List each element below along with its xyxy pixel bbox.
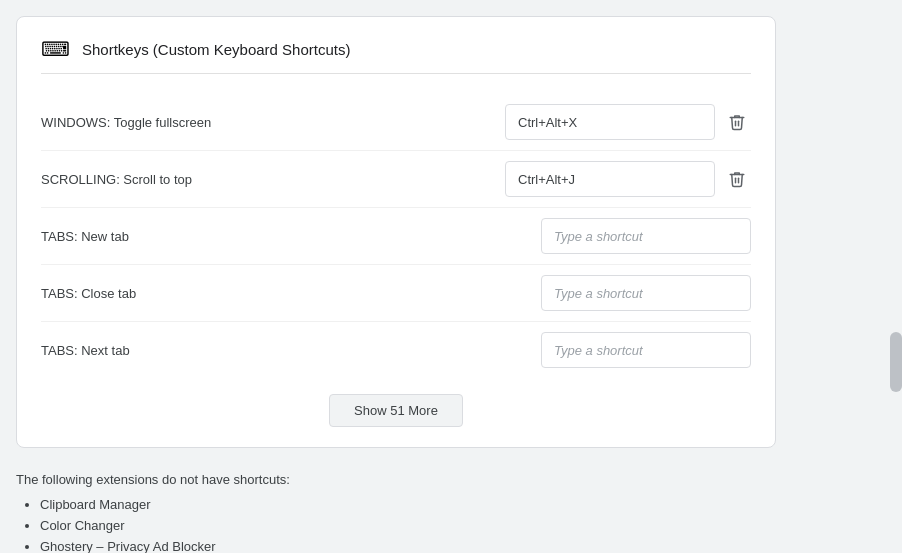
shortcut-input-group-tabs-close-tab [541,275,751,311]
shortcut-row-tabs-next-tab: TABS: Next tab [41,322,751,378]
scrollbar-thumb[interactable] [890,332,902,392]
trash-icon [728,170,746,188]
no-shortcuts-title: The following extensions do not have sho… [16,472,744,487]
shortcut-row-scrolling-scroll-to-top: SCROLLING: Scroll to top [41,151,751,208]
shortcut-input-group-tabs-next-tab [541,332,751,368]
no-shortcut-item-1: Color Changer [40,518,744,533]
keyboard-icon: ⌨ [41,37,70,61]
shortcut-label-windows-toggle-fullscreen: WINDOWS: Toggle fullscreen [41,115,505,130]
card-title: Shortkeys (Custom Keyboard Shortcuts) [82,41,350,58]
show-more-button[interactable]: Show 51 More [329,394,463,427]
no-shortcut-item-2: Ghostery – Privacy Ad Blocker [40,539,744,553]
shortkeys-card: ⌨ Shortkeys (Custom Keyboard Shortcuts) … [16,16,776,448]
shortcut-label-tabs-new-tab: TABS: New tab [41,229,541,244]
shortcut-input-windows-toggle-fullscreen[interactable] [505,104,715,140]
no-shortcut-item-0: Clipboard Manager [40,497,744,512]
shortcut-row-tabs-new-tab: TABS: New tab [41,208,751,265]
shortcut-row-windows-toggle-fullscreen: WINDOWS: Toggle fullscreen [41,94,751,151]
shortcut-input-tabs-next-tab[interactable] [541,332,751,368]
scrollbar[interactable] [890,0,902,553]
card-header: ⌨ Shortkeys (Custom Keyboard Shortcuts) [41,37,751,74]
shortcut-input-group-windows-toggle-fullscreen [505,104,751,140]
trash-icon [728,113,746,131]
no-shortcuts-list: Clipboard ManagerColor ChangerGhostery –… [16,497,744,553]
shortcut-label-tabs-close-tab: TABS: Close tab [41,286,541,301]
shortcut-label-scrolling-scroll-to-top: SCROLLING: Scroll to top [41,172,505,187]
shortcut-input-scrolling-scroll-to-top[interactable] [505,161,715,197]
shortcut-input-tabs-close-tab[interactable] [541,275,751,311]
no-shortcuts-section: The following extensions do not have sho… [0,464,760,553]
shortcut-row-tabs-close-tab: TABS: Close tab [41,265,751,322]
shortcut-input-group-scrolling-scroll-to-top [505,161,751,197]
shortcut-input-group-tabs-new-tab [541,218,751,254]
shortcut-label-tabs-next-tab: TABS: Next tab [41,343,541,358]
shortcut-input-tabs-new-tab[interactable] [541,218,751,254]
delete-button-scrolling-scroll-to-top[interactable] [723,165,751,193]
shortcuts-list: WINDOWS: Toggle fullscreen SCROLLING: Sc… [41,94,751,378]
show-more-row: Show 51 More [41,394,751,427]
delete-button-windows-toggle-fullscreen[interactable] [723,108,751,136]
